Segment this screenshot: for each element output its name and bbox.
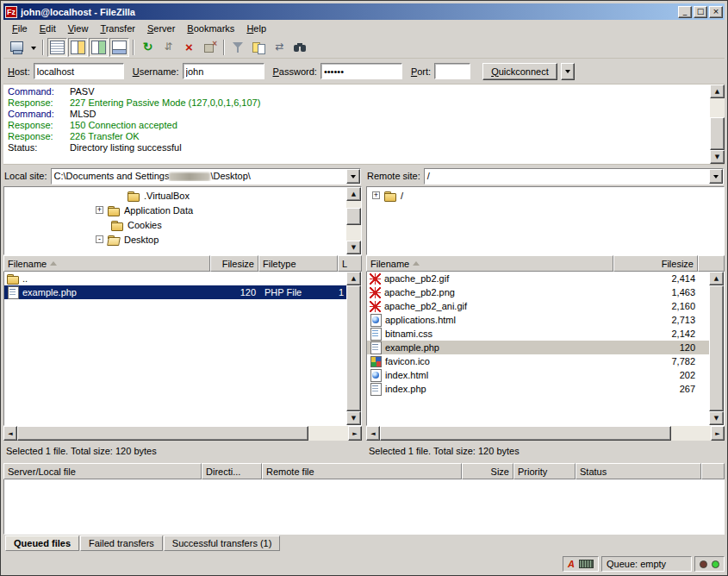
scroll-up-button[interactable]: ▲ [710, 85, 725, 98]
scroll-right-button[interactable]: ► [348, 426, 362, 441]
expander-icon[interactable]: + [372, 191, 380, 199]
filter-button[interactable] [228, 38, 248, 57]
scrollbar-track[interactable] [346, 285, 361, 411]
local-list-scrollbar[interactable]: ▲ ▼ [346, 272, 361, 425]
site-manager-button[interactable] [7, 38, 27, 57]
queue-column-direction[interactable]: Directi... [202, 463, 262, 479]
menu-bookmarks[interactable]: Bookmarks [181, 22, 240, 35]
file-row[interactable]: apache_pb2_ani.gif2,160 [367, 299, 709, 313]
menu-view[interactable]: View [62, 22, 95, 35]
scroll-down-button[interactable]: ▼ [710, 150, 725, 164]
transfer-queue-list[interactable] [3, 479, 725, 535]
local-site-combobox[interactable]: C:\Documents and Settings\Desktop\ [51, 168, 361, 185]
column-header-filename[interactable]: Filename [366, 255, 613, 272]
file-row[interactable]: apache_pb2.png1,463 [367, 285, 709, 299]
toggle-local-tree-button[interactable] [68, 38, 88, 57]
queue-column-status[interactable]: Status [576, 463, 701, 479]
expander-icon[interactable]: + [96, 206, 103, 214]
scroll-up-button[interactable]: ▲ [346, 187, 361, 201]
local-horizontal-scrollbar[interactable]: ◄ ► [3, 426, 362, 441]
disconnect-button[interactable] [200, 38, 220, 57]
process-queue-button[interactable] [159, 38, 178, 57]
queue-column-size[interactable]: Size [462, 463, 513, 479]
tree-item-virtualbox[interactable]: .VirtualBox [4, 188, 346, 203]
menu-edit[interactable]: Edit [34, 22, 62, 35]
scrollbar-thumb[interactable] [709, 285, 724, 411]
toggle-log-button[interactable] [47, 38, 67, 57]
scroll-down-button[interactable]: ▼ [346, 411, 361, 425]
quickconnect-dropdown[interactable] [561, 63, 575, 80]
tab-failed-transfers[interactable]: Failed transfers [80, 535, 163, 551]
tab-queued-files[interactable]: Queued files [5, 535, 79, 551]
synchronized-browsing-button[interactable] [270, 38, 289, 57]
toggle-remote-tree-button[interactable] [89, 38, 109, 57]
site-manager-dropdown[interactable] [28, 38, 39, 57]
file-row-selected[interactable]: example.php 120 PHP File 1 [4, 285, 346, 299]
scroll-down-button[interactable]: ▼ [346, 241, 361, 254]
remote-horizontal-scrollbar[interactable]: ◄ ► [366, 426, 725, 441]
scrollbar-track[interactable] [17, 426, 348, 441]
queue-column-priority[interactable]: Priority [513, 463, 576, 479]
file-row[interactable]: applications.html2,713 [367, 313, 709, 327]
remote-list-scrollbar[interactable]: ▲ ▼ [709, 272, 724, 425]
local-tree-scrollbar[interactable]: ▲ ▼ [346, 187, 361, 254]
combo-dropdown-button[interactable] [709, 169, 723, 184]
column-header-filetype[interactable]: Filetype [258, 255, 338, 272]
host-input[interactable] [34, 63, 124, 79]
queue-column-local-file[interactable]: Server/Local file [3, 463, 202, 479]
refresh-button[interactable] [138, 38, 158, 57]
menu-server[interactable]: Server [141, 22, 181, 35]
scrollbar-thumb[interactable] [346, 285, 361, 411]
toggle-queue-button[interactable] [109, 38, 129, 57]
scroll-left-button[interactable]: ◄ [3, 426, 17, 441]
file-row[interactable]: bitnami.css2,142 [367, 327, 709, 341]
menu-file[interactable]: File [6, 22, 34, 35]
titlebar[interactable]: Fz john@localhost - FileZilla _ □ × [3, 3, 725, 20]
scroll-down-button[interactable]: ▼ [709, 411, 724, 425]
scroll-left-button[interactable]: ◄ [366, 426, 380, 441]
scroll-right-button[interactable]: ► [711, 426, 725, 441]
maximize-button[interactable]: □ [694, 6, 707, 18]
file-row-selected[interactable]: example.php120 [367, 341, 709, 354]
scroll-up-button[interactable]: ▲ [709, 272, 724, 285]
file-row[interactable]: apache_pb2.gif2,414 [367, 272, 709, 285]
scrollbar-track[interactable] [709, 285, 724, 411]
quickconnect-button[interactable]: Quickconnect [482, 63, 557, 80]
scroll-up-button[interactable]: ▲ [346, 272, 361, 285]
scrollbar-thumb[interactable] [380, 426, 671, 441]
port-input[interactable] [434, 63, 470, 79]
scrollbar-thumb[interactable] [710, 117, 725, 150]
column-header-filename[interactable]: Filename [3, 255, 210, 272]
log-scrollbar[interactable]: ▲ ▼ [710, 85, 725, 164]
menu-help[interactable]: Help [240, 22, 272, 35]
tree-item-root[interactable]: +/ [367, 188, 724, 203]
cancel-operation-button[interactable] [179, 38, 199, 57]
tab-successful-transfers[interactable]: Successful transfers (1) [164, 535, 281, 551]
tree-item-cookies[interactable]: Cookies [4, 217, 346, 232]
username-input[interactable] [183, 63, 264, 79]
scrollbar-thumb[interactable] [17, 426, 308, 441]
tree-item-application-data[interactable]: +Application Data [4, 203, 346, 217]
scrollbar-track[interactable] [346, 201, 361, 241]
scrollbar-track[interactable] [710, 98, 725, 150]
file-row[interactable]: favicon.ico7,782 [367, 354, 709, 368]
compare-directories-button[interactable] [249, 38, 269, 57]
file-row[interactable]: index.php267 [367, 382, 709, 396]
close-button[interactable]: × [709, 6, 723, 18]
file-row[interactable]: index.html202 [367, 368, 709, 382]
column-header-filesize[interactable]: Filesize [210, 255, 258, 272]
menu-transfer[interactable]: Transfer [94, 22, 141, 35]
scrollbar-track[interactable] [380, 426, 711, 441]
queue-column-remote-file[interactable]: Remote file [262, 463, 462, 479]
find-files-button[interactable] [290, 38, 310, 57]
expander-icon[interactable]: - [96, 235, 103, 243]
file-row[interactable]: .. [4, 272, 346, 285]
minimize-button[interactable]: _ [678, 6, 692, 18]
scrollbar-thumb[interactable] [346, 208, 361, 225]
column-header-filesize[interactable]: Filesize [613, 255, 698, 272]
tree-item-desktop[interactable]: -Desktop [4, 232, 346, 247]
combo-dropdown-button[interactable] [346, 169, 360, 184]
column-header-lastmodified[interactable]: L [338, 255, 362, 272]
remote-site-combobox[interactable]: / [424, 168, 724, 185]
password-input[interactable] [320, 63, 402, 79]
